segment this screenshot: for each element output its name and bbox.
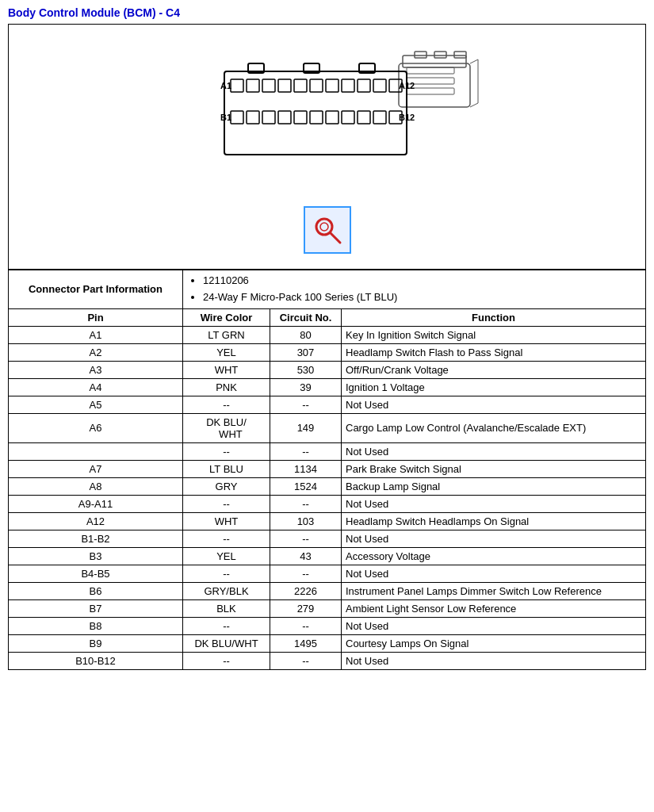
function-cell: Ignition 1 Voltage (342, 378, 646, 396)
svg-rect-35 (373, 111, 386, 124)
circuit-cell: 2226 (270, 582, 342, 599)
function-cell: Courtesy Lamps On Signal (342, 634, 646, 652)
wire-cell: LT BLU (183, 460, 270, 477)
table-row: A2YEL307Headlamp Switch Flash to Pass Si… (9, 343, 646, 361)
svg-text:A12: A12 (399, 81, 415, 90)
search-icon-svg (312, 214, 343, 246)
pin-cell: A5 (9, 396, 183, 413)
svg-rect-9 (434, 52, 446, 58)
header-wire: Wire Color (183, 308, 270, 326)
svg-point-42 (320, 223, 328, 231)
circuit-cell: -- (270, 617, 342, 634)
connector-info-label: Connector Part Information (9, 270, 183, 309)
svg-rect-33 (342, 111, 354, 124)
wire-cell: -- (183, 396, 270, 413)
pin-cell: B1-B2 (9, 530, 183, 547)
wire-cell: -- (183, 495, 270, 512)
function-cell: Park Brake Switch Signal (342, 460, 646, 477)
table-row: B3YEL43Accessory Voltage (9, 547, 646, 565)
svg-rect-32 (326, 111, 338, 124)
circuit-cell: 1134 (270, 460, 342, 477)
function-cell: Not Used (342, 652, 646, 669)
page-container: Body Control Module (BCM) - C4 (0, 0, 654, 676)
pin-cell: B8 (9, 617, 183, 634)
header-circuit: Circuit No. (270, 308, 342, 326)
table-row: B1-B2----Not Used (9, 530, 646, 547)
wire-cell: WHT (183, 361, 270, 378)
svg-rect-21 (326, 79, 338, 92)
table-row: A12WHT103Headlamp Switch Headlamps On Si… (9, 512, 646, 530)
table-row: B10-B12----Not Used (9, 652, 646, 669)
svg-rect-31 (310, 111, 323, 124)
function-cell: Not Used (342, 530, 646, 547)
pin-cell (9, 442, 183, 460)
table-row: A8GRY1524Backup Lamp Signal (9, 477, 646, 495)
connector-svg: A1 A12 B1 B12 (161, 40, 494, 198)
svg-rect-29 (278, 111, 291, 124)
part-number: 12110206 (203, 273, 641, 289)
pin-cell: A7 (9, 460, 183, 477)
wire-cell: YEL (183, 547, 270, 565)
pin-cell: B10-B12 (9, 652, 183, 669)
svg-rect-30 (294, 111, 307, 124)
svg-rect-17 (262, 79, 275, 92)
function-cell: Not Used (342, 617, 646, 634)
function-cell: Headlamp Switch Headlamps On Signal (342, 512, 646, 530)
pin-cell: A8 (9, 477, 183, 495)
table-row: A3WHT530Off/Run/Crank Voltage (9, 361, 646, 378)
page-title: Body Control Module (BCM) - C4 (8, 6, 646, 19)
svg-rect-14 (224, 71, 407, 155)
svg-rect-10 (454, 52, 466, 58)
table-row: A6DK BLU/ WHT149Cargo Lamp Low Control (… (9, 413, 646, 442)
table-row: ----Not Used (9, 442, 646, 460)
circuit-cell: -- (270, 495, 342, 512)
wire-cell: PNK (183, 378, 270, 396)
pin-cell: B6 (9, 582, 183, 599)
svg-rect-26 (231, 111, 243, 124)
circuit-cell: 1524 (270, 477, 342, 495)
table-row: A4PNK39Ignition 1 Voltage (9, 378, 646, 396)
svg-rect-2 (407, 67, 454, 74)
function-cell: Not Used (342, 565, 646, 582)
connector-details: 12110206 24-Way F Micro-Pack 100 Series … (183, 270, 646, 309)
svg-rect-24 (373, 79, 386, 92)
connector-table: Connector Part Information 12110206 24-W… (8, 270, 646, 670)
diagram-box: A1 A12 B1 B12 (8, 24, 646, 270)
magnify-icon[interactable] (304, 206, 351, 254)
wire-cell: -- (183, 530, 270, 547)
svg-line-5 (470, 59, 478, 63)
table-row: A5----Not Used (9, 396, 646, 413)
function-cell: Accessory Voltage (342, 547, 646, 565)
circuit-cell: 149 (270, 413, 342, 442)
circuit-cell: -- (270, 652, 342, 669)
function-cell: Not Used (342, 495, 646, 512)
circuit-cell: 39 (270, 378, 342, 396)
function-cell: Not Used (342, 396, 646, 413)
circuit-cell: 103 (270, 512, 342, 530)
pin-cell: B4-B5 (9, 565, 183, 582)
wire-cell: -- (183, 652, 270, 669)
wire-cell: -- (183, 442, 270, 460)
function-cell: Off/Run/Crank Voltage (342, 361, 646, 378)
svg-line-6 (470, 103, 478, 107)
connector-description: 24-Way F Micro-Pack 100 Series (LT BLU) (203, 289, 641, 306)
function-cell: Backup Lamp Signal (342, 477, 646, 495)
svg-rect-20 (310, 79, 323, 92)
table-row: B8----Not Used (9, 617, 646, 634)
function-cell: Instrument Panel Lamps Dimmer Switch Low… (342, 582, 646, 599)
header-function: Function (342, 308, 646, 326)
pin-cell: A3 (9, 361, 183, 378)
pin-cell: A12 (9, 512, 183, 530)
svg-rect-15 (231, 79, 243, 92)
table-row: B4-B5----Not Used (9, 565, 646, 582)
table-row: A9-A11----Not Used (9, 495, 646, 512)
circuit-cell: -- (270, 442, 342, 460)
wire-cell: -- (183, 617, 270, 634)
circuit-cell: 279 (270, 599, 342, 617)
circuit-cell: -- (270, 396, 342, 413)
table-row: B9DK BLU/WHT1495Courtesy Lamps On Signal (9, 634, 646, 652)
function-cell: Not Used (342, 442, 646, 460)
svg-rect-22 (342, 79, 354, 92)
pin-cell: B3 (9, 547, 183, 565)
table-header-row: Pin Wire Color Circuit No. Function (9, 308, 646, 326)
